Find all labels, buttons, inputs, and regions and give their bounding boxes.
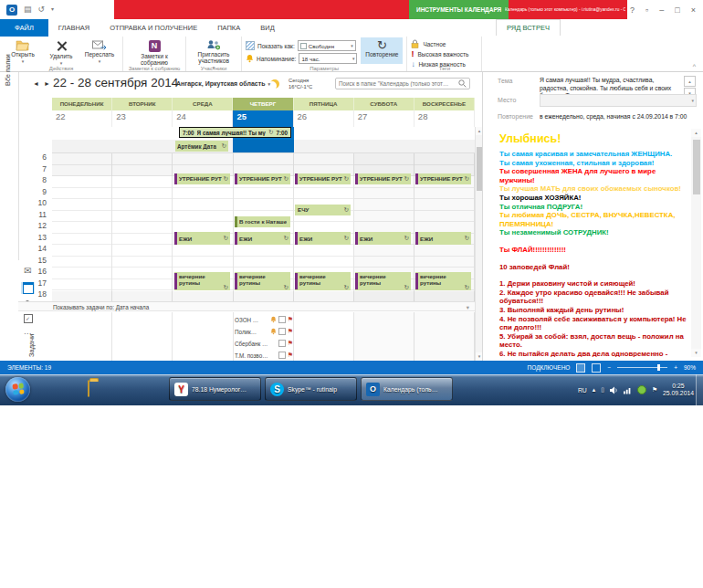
event-ezhi[interactable]: ЕЖИ↻ <box>295 232 351 245</box>
date-cell[interactable]: 24 <box>173 110 233 127</box>
day-header-selected[interactable]: ЧЕТВЕРГ <box>233 98 293 110</box>
day-header[interactable]: СУББОТА <box>354 98 414 110</box>
flag-icon[interactable]: ⚑ <box>288 316 293 323</box>
minimize-icon[interactable]: – <box>659 5 664 15</box>
day-header[interactable]: СРЕДА <box>173 98 233 110</box>
event-evening-routine[interactable]: вечерние рутины↻ <box>415 272 471 290</box>
task-item[interactable]: ОЗОН … ⚑ <box>235 314 293 325</box>
date-cell[interactable]: 27 <box>354 110 414 127</box>
delete-button[interactable]: Удалить▾ <box>42 37 80 67</box>
network-icon[interactable] <box>624 386 632 394</box>
meeting-notes-button[interactable]: N Заметки к собранию <box>127 37 182 66</box>
tab-folder[interactable]: ПАПКА <box>207 19 250 37</box>
show-as-select[interactable]: Свободен▾ <box>298 40 356 51</box>
flag-icon[interactable]: ⚑ <box>288 340 293 347</box>
event-visit-natasha[interactable]: В гости к Наташе <box>235 216 290 227</box>
schedule-view-icon[interactable] <box>592 363 601 373</box>
reading-pane-scrollbar[interactable]: ▴ ▾ <box>691 129 701 357</box>
subject-value[interactable]: Я самая лучшая!! Ты мудра, счастлива, ра… <box>540 77 678 94</box>
scroll-down-icon[interactable]: ▾ <box>691 349 701 357</box>
task-checkbox[interactable] <box>278 328 286 335</box>
location-select[interactable]: ▾ <box>540 94 697 107</box>
calendar-view-icon[interactable] <box>576 363 585 373</box>
day-header[interactable]: ПОНЕДЕЛЬНИК <box>52 98 112 110</box>
day-header[interactable]: ВОСКРЕСЕНЬЕ <box>414 98 475 110</box>
scroll-up-icon[interactable]: ▴ <box>691 129 701 137</box>
undo-icon[interactable]: ↺ <box>38 0 46 19</box>
collapse-ribbon-icon[interactable]: ^ <box>693 63 696 69</box>
day-header[interactable]: ПЯТНИЦА <box>294 98 354 110</box>
search-input[interactable] <box>339 80 458 87</box>
taskbar-app-yandex[interactable]: Y 78.18 Нумеролог… <box>169 377 261 401</box>
event-evening-routine[interactable]: вечерние рутины↻ <box>235 272 290 290</box>
task-item[interactable]: Полик… ⚑ <box>235 326 293 337</box>
date-cell[interactable]: 23 <box>112 110 173 127</box>
event-morning-routine[interactable]: УТРЕННИЕ РУТ↻ <box>174 173 230 184</box>
zoom-level[interactable]: 90% <box>684 364 696 371</box>
appointment-body[interactable]: Улыбнись! Ты самая красивая и замечатель… <box>499 131 687 357</box>
day-header[interactable]: ВТОРНИК <box>112 98 173 110</box>
tray-clock[interactable]: 0:25 25.09.2014 <box>663 383 694 397</box>
task-checkbox[interactable] <box>278 340 286 347</box>
tasks-grid[interactable]: ОЗОН … ⚑ Полик… ⚑ Сбербанк … ⚑ Т.М. позв… <box>52 312 475 361</box>
event-morning-routine[interactable]: УТРЕННИЕ РУТ↻ <box>415 173 471 184</box>
outlook-app-icon[interactable]: O <box>6 5 17 16</box>
qat-customize-icon[interactable]: ▾ <box>51 0 54 19</box>
event-artemik[interactable]: Артёмик Дата ↻ <box>175 141 228 152</box>
close-icon[interactable]: × <box>691 5 696 15</box>
task-checkbox[interactable] <box>278 352 286 359</box>
language-indicator[interactable]: RU <box>578 387 587 394</box>
date-cell[interactable]: 28 <box>414 110 475 127</box>
folder-pane-collapsed[interactable] <box>0 72 19 260</box>
previous-week-icon[interactable]: ◄ <box>33 80 39 87</box>
tab-view[interactable]: ВИД <box>250 19 284 37</box>
next-week-icon[interactable]: ► <box>44 80 50 87</box>
zoom-out-icon[interactable]: − <box>607 364 611 371</box>
event-ezhi[interactable]: ЕЖИ↻ <box>174 232 230 245</box>
task-item[interactable]: Т.М. позво… ⚑ <box>235 350 293 361</box>
high-importance-button[interactable]: ! Высокая важность <box>411 49 468 58</box>
tasks-header[interactable]: Показывать задачи по: Дата начала▾ <box>18 301 475 311</box>
flag-icon[interactable]: ⚑ <box>288 352 293 359</box>
send-receive-icon[interactable]: ▤ <box>24 0 32 19</box>
event-echu[interactable]: ЕЧУ↻ <box>295 205 351 215</box>
date-cell[interactable]: 26 <box>294 110 354 127</box>
event-ezhi[interactable]: ЕЖИ↻ <box>415 232 471 245</box>
event-evening-routine[interactable]: вечерние рутины↻ <box>355 272 411 290</box>
forward-button[interactable]: Переслать▾ <box>80 37 119 65</box>
recurrence-button[interactable]: ↻ Повторение <box>361 37 403 64</box>
event-morning-routine[interactable]: УТРЕННИЕ РУТ↻ <box>355 173 411 184</box>
tab-appointment-series[interactable]: РЯД ВСТРЕЧ <box>496 19 561 36</box>
calendar-scrollbar[interactable]: ▴ ▾ <box>475 127 482 361</box>
flag-icon[interactable]: ⚑ <box>288 328 293 335</box>
task-checkbox[interactable] <box>278 316 286 323</box>
flag-tray-icon[interactable]: ⚑ <box>652 386 657 394</box>
start-button[interactable] <box>5 377 30 402</box>
help-icon[interactable]: ? <box>630 5 635 15</box>
event-ezhi[interactable]: ЕЖИ↻ <box>355 232 411 245</box>
event-evening-routine[interactable]: вечерние рутины↻ <box>174 272 230 290</box>
zoom-slider[interactable] <box>617 367 667 368</box>
event-evening-routine[interactable]: вечерние рутины↻ <box>295 272 351 290</box>
restore-icon[interactable]: □ <box>675 5 679 15</box>
status-green-icon[interactable] <box>637 385 646 394</box>
reminder-select[interactable]: 18 час.▾ <box>299 53 357 64</box>
spin-up-icon[interactable]: ▴ <box>684 76 696 87</box>
event-morning-routine[interactable]: УТРЕННИЕ РУТ↻ <box>235 173 290 184</box>
ribbon-options-icon[interactable]: ▫ <box>645 5 648 15</box>
all-folders-label[interactable]: Все папки <box>4 22 12 86</box>
date-cell-selected[interactable]: 25 <box>233 110 293 127</box>
explorer-folder-icon[interactable] <box>88 380 89 397</box>
time-grid[interactable]: УТРЕННИЕ РУТ↻ УТРЕННИЕ РУТ↻ УТРЕННИЕ РУТ… <box>52 152 475 302</box>
taskbar-app-skype[interactable]: S Skype™ - rutinaip <box>265 377 357 401</box>
private-button[interactable]: Частное <box>411 39 468 48</box>
search-box[interactable] <box>335 78 470 89</box>
task-item[interactable]: Сбербанк … ⚑ <box>235 338 293 349</box>
zoom-in-icon[interactable]: + <box>674 364 677 371</box>
taskbar-app-outlook[interactable]: O Календарь (толь… <box>361 377 453 401</box>
date-cell[interactable]: 22 <box>52 110 112 127</box>
zoom-slider-thumb[interactable] <box>657 364 660 371</box>
action-center-icon[interactable]: ▯ <box>601 386 604 394</box>
show-desktop-button[interactable] <box>696 374 703 405</box>
tab-send-receive[interactable]: ОТПРАВКА И ПОЛУЧЕНИЕ <box>100 19 207 37</box>
